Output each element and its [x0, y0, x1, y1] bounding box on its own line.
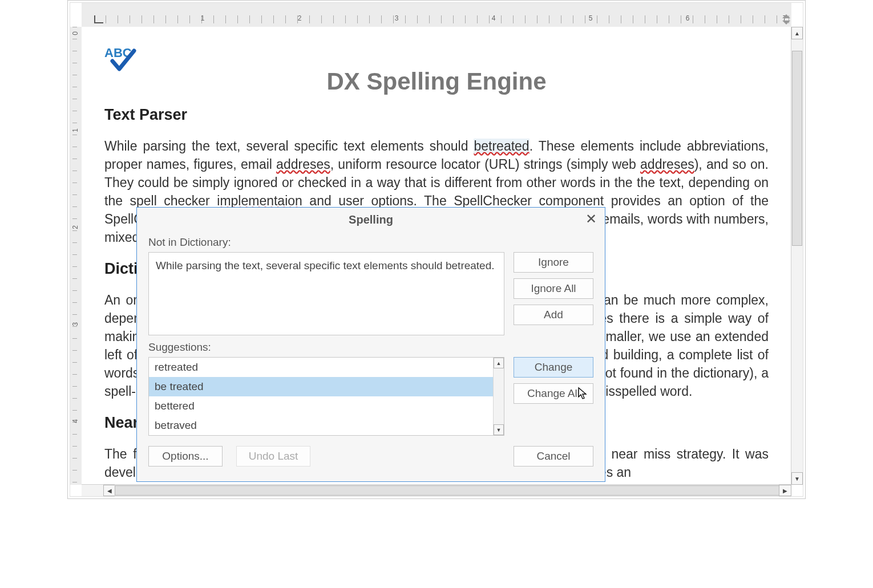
- ruler-number: 3: [71, 322, 79, 326]
- scroll-down-icon[interactable]: ▼: [494, 424, 504, 435]
- vertical-ruler[interactable]: 01234: [70, 27, 82, 485]
- spellcheck-logo-icon: ABC: [104, 44, 138, 72]
- ruler-number: 1: [71, 128, 79, 132]
- ruler-number: 1: [200, 14, 205, 22]
- misspelled-word[interactable]: addreses: [640, 157, 694, 172]
- section-heading-parser: Text Parser: [104, 106, 769, 124]
- scroll-left-icon[interactable]: ◀: [103, 485, 116, 496]
- undo-last-button[interactable]: Undo Last: [236, 446, 310, 467]
- ruler-number: 5: [588, 14, 593, 22]
- suggestions-scrollbar[interactable]: ▲ ▼: [493, 358, 504, 435]
- ruler-number: 3: [394, 14, 399, 22]
- suggestion-item[interactable]: retreated: [149, 358, 504, 377]
- ignore-button[interactable]: Ignore: [514, 252, 593, 273]
- change-all-button[interactable]: Change All: [514, 383, 593, 404]
- suggestion-item[interactable]: bettered: [149, 396, 504, 416]
- ruler-number: 0: [71, 31, 79, 35]
- ruler-number: 2: [71, 225, 79, 229]
- scroll-right-icon[interactable]: ▶: [779, 485, 791, 496]
- tab-stop-marker[interactable]: [94, 15, 103, 23]
- suggestion-item[interactable]: be treated: [149, 377, 504, 396]
- document-title: DX Spelling Engine: [104, 72, 769, 91]
- ruler-number: 4: [71, 419, 79, 423]
- not-in-dictionary-textbox[interactable]: [148, 252, 504, 335]
- document-viewport[interactable]: ABC DX Spelling Engine Text Parser While…: [82, 27, 791, 485]
- scroll-up-icon[interactable]: ▲: [791, 27, 803, 39]
- change-button[interactable]: Change: [514, 357, 593, 378]
- close-icon[interactable]: ✕: [585, 213, 597, 225]
- dialog-titlebar[interactable]: Spelling ✕: [137, 208, 605, 233]
- ignore-all-button[interactable]: Ignore All: [514, 278, 593, 299]
- label-not-in-dictionary: Not in Dictionary:: [148, 236, 593, 249]
- ruler-number: 6: [685, 14, 690, 22]
- spelling-dialog: Spelling ✕ Not in Dictionary: Ignore Ign…: [136, 207, 605, 482]
- scroll-down-icon[interactable]: ▼: [791, 472, 803, 485]
- options-button[interactable]: Options...: [148, 446, 223, 467]
- cancel-button[interactable]: Cancel: [514, 446, 593, 467]
- app-window: 1234567 01234 ABC DX Spelling Engine: [67, 0, 806, 499]
- misspelled-word-highlighted[interactable]: betreated: [474, 139, 529, 153]
- right-indent-marker[interactable]: [781, 17, 791, 23]
- ruler-number: 4: [491, 14, 496, 22]
- add-button[interactable]: Add: [514, 305, 593, 325]
- horizontal-ruler[interactable]: 1234567: [82, 3, 791, 27]
- misspelled-word[interactable]: implementaion: [217, 193, 302, 208]
- ruler-v-ticks: [72, 27, 77, 485]
- scroll-thumb[interactable]: [792, 51, 802, 246]
- scroll-thumb[interactable]: [115, 485, 780, 496]
- label-suggestions: Suggestions:: [148, 341, 593, 354]
- misspelled-word[interactable]: addreses: [276, 157, 330, 172]
- suggestions-listbox[interactable]: retreatedbe treatedbetteredbetraved ▲ ▼: [148, 357, 504, 436]
- ruler-number: 2: [297, 14, 302, 22]
- dialog-title: Spelling: [137, 213, 605, 226]
- editor-frame: 1234567 01234 ABC DX Spelling Engine: [70, 2, 803, 497]
- suggestion-item[interactable]: betraved: [149, 416, 504, 435]
- scroll-up-icon[interactable]: ▲: [494, 358, 504, 368]
- horizontal-scrollbar[interactable]: ◀ ▶: [82, 484, 791, 496]
- vertical-scrollbar[interactable]: ▲ ▼: [791, 27, 803, 485]
